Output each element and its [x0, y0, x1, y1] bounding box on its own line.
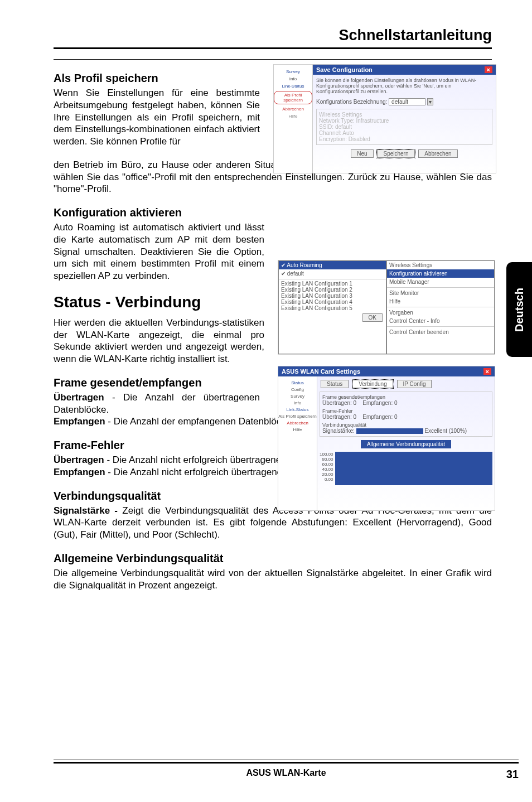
ok-button[interactable]: OK: [362, 313, 383, 322]
sidebar-icon[interactable]: Status: [278, 380, 317, 385]
menu-item[interactable]: Hilfe: [387, 297, 494, 306]
menu-item[interactable]: Mobile Manager: [387, 278, 494, 286]
divider: [54, 762, 519, 764]
overall-quality-button[interactable]: Allgemeine Verbindungsqualität: [361, 440, 451, 448]
group-label: Wireless Settings: [319, 112, 490, 118]
paragraph: Wenn Sie Einstellungen für eine bestimmt…: [54, 87, 260, 148]
figure-save-configuration: Survey Info Link-Status Als Profil speic…: [273, 64, 496, 173]
sidebar-icon[interactable]: Link-Status: [278, 407, 317, 412]
dialog-title: Save Configuration: [316, 66, 373, 73]
config-name-input[interactable]: default: [389, 98, 425, 105]
group-label: Frame gesendet/empfangen: [322, 394, 490, 400]
paragraph: Hier werden die aktuellen Verbindungs-st…: [54, 317, 264, 365]
menu-item[interactable]: default: [287, 270, 304, 277]
row-value: Infrastructure: [356, 118, 389, 124]
figure-status-window: ASUS WLAN Card Settings × Status Config …: [278, 366, 495, 511]
page-title: Schnellstartanleitung: [54, 27, 492, 44]
row-value: 0: [394, 414, 398, 420]
sidebar-icon[interactable]: Info: [274, 76, 312, 81]
save-button[interactable]: Speichern: [377, 149, 414, 158]
tab-connection[interactable]: Verbindung: [352, 380, 393, 388]
paragraph: Die allgemeine Verbindungsqualität wird …: [54, 567, 492, 592]
heading-overall-quality: Allgemeine Verbindungsqualität: [54, 552, 492, 565]
tab-ipconfig[interactable]: IP Config: [397, 380, 432, 388]
divider: [54, 59, 492, 60]
close-icon[interactable]: ×: [483, 368, 491, 375]
tab-status[interactable]: Status: [321, 380, 349, 388]
label-transmitted: Übertragen: [54, 392, 104, 403]
sidebar-icon[interactable]: Hilfe: [278, 427, 317, 432]
dialog-title: ASUS WLAN Card Settings: [282, 368, 360, 375]
chart-area: [335, 452, 492, 485]
row-value: 0: [394, 400, 398, 406]
row-label: Signalstärke:: [322, 428, 355, 434]
row-value: 0: [354, 400, 357, 406]
group-label: Verbindungsqualität: [322, 422, 490, 428]
row-value: 0: [354, 414, 357, 420]
row-label: Übertragen:: [322, 414, 352, 420]
footer-product: ASUS WLAN-Karte: [54, 768, 519, 778]
divider: [54, 760, 519, 760]
menu-item[interactable]: Existing LAN Configuration 1: [281, 281, 384, 287]
label-received: Empfangen: [54, 416, 105, 427]
menu-title: Wireless Settings: [389, 262, 432, 268]
sidebar-icon[interactable]: Abbrechen: [278, 421, 317, 426]
axis-label: 60.00: [320, 462, 333, 467]
paragraph: Auto Roaming ist automatisch aktiviert u…: [54, 221, 264, 282]
row-label: Übertragen:: [322, 400, 352, 406]
menu-item[interactable]: Konfiguration aktivieren: [387, 269, 494, 278]
menu-item[interactable]: Control Center - Info: [387, 317, 494, 325]
new-button[interactable]: Neu: [351, 149, 373, 158]
menu-item[interactable]: Existing LAN Configuration 5: [281, 305, 384, 311]
field-label: Konfigurations Bezeichnung:: [316, 99, 387, 105]
dialog-description: Sie können die folgenden Einstellungen a…: [316, 78, 492, 95]
progress-bar: [356, 428, 423, 434]
sidebar-icon[interactable]: Info: [278, 400, 317, 405]
language-tab: Deutsch: [506, 262, 532, 357]
menu-item[interactable]: Vorgaben: [387, 308, 494, 317]
close-icon[interactable]: ×: [485, 66, 492, 73]
menu-item[interactable]: Existing LAN Configuration 4: [281, 299, 384, 305]
sidebar-icon[interactable]: Als Profil speichern: [278, 414, 317, 419]
sidebar-icon[interactable]: Abbrechen: [274, 107, 312, 112]
row-label: Network Type:: [319, 118, 355, 124]
menu-item[interactable]: Existing LAN Configuration 2: [281, 287, 384, 293]
menu-item[interactable]: Control Center beenden: [387, 328, 494, 336]
row-value: Disabled: [349, 136, 370, 142]
label-signal-strength: Signalstärke -: [54, 505, 118, 516]
axis-label: 80.00: [320, 457, 333, 462]
sidebar-icon[interactable]: Survey: [278, 394, 317, 399]
row-label: Empfangen:: [362, 400, 393, 406]
sidebar-icon[interactable]: Config: [278, 387, 317, 392]
row-value: default: [335, 124, 352, 130]
label-received: Empfangen: [54, 467, 105, 477]
sidebar-icon[interactable]: Survey: [274, 69, 312, 74]
language-label: Deutsch: [513, 288, 526, 332]
axis-label: 20.00: [320, 472, 333, 477]
axis-label: 0.00: [320, 477, 333, 482]
menu-item[interactable]: Site Monitor: [387, 289, 494, 297]
axis-label: 40.00: [320, 467, 333, 472]
row-label: Encryption:: [319, 136, 347, 142]
sidebar-icon[interactable]: Hilfe: [274, 114, 312, 119]
row-label: SSID:: [319, 124, 333, 130]
sidebar-icon[interactable]: Link-Status: [274, 84, 312, 89]
figure-context-menu: ✔ Auto Roaming ✔ default Existing LAN Co…: [278, 260, 495, 355]
axis-label: 100.00: [320, 452, 333, 457]
cancel-button[interactable]: Abbrechen: [418, 149, 457, 158]
heading-activate-config: Konfiguration aktivieren: [54, 206, 492, 219]
divider: [54, 47, 492, 49]
menu-item[interactable]: Auto Roaming: [287, 262, 322, 268]
group-label: Frame-Fehler: [322, 408, 490, 414]
row-label: Channel:: [319, 130, 341, 136]
menu-item[interactable]: Existing LAN Configuration 3: [281, 293, 384, 299]
row-value: Auto: [342, 130, 354, 136]
sidebar-icon[interactable]: Als Profil speichern: [274, 91, 312, 104]
row-label: Empfangen:: [362, 414, 393, 420]
row-value: Excellent (100%): [424, 428, 467, 434]
paragraph: Übertragen - Die Anzahl der übertragenen…: [54, 392, 260, 416]
label-transmitted: Übertragen: [54, 455, 104, 465]
text: - Die Anzahl der empfangenen Datenblöcke…: [105, 416, 294, 427]
chevron-down-icon[interactable]: ▾: [427, 98, 433, 105]
